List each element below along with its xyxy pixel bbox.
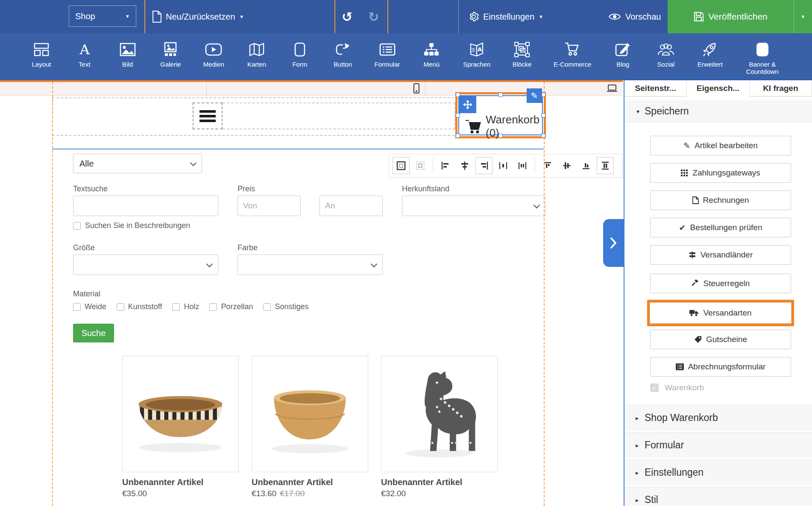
payment-gateways-button[interactable]: Zahlungsgateways (650, 163, 791, 183)
toolbar-item-ecommerce[interactable]: E-Commerce (554, 33, 591, 80)
preview-button[interactable]: Vorschau (608, 0, 661, 33)
product-card[interactable]: Unbenannter Artikel €32.00 (381, 356, 498, 498)
material-checkbox-holz[interactable] (172, 303, 180, 311)
stretch-vertical-icon[interactable] (597, 157, 614, 174)
new-reset-button[interactable]: Neu/Zurücksetzen ▼ (152, 0, 244, 33)
material-checkbox-weide[interactable] (73, 303, 81, 311)
mobile-preview-icon[interactable] (413, 83, 419, 94)
distribute-spacing-icon[interactable] (514, 157, 531, 174)
align-middle-vertical-icon[interactable] (558, 157, 575, 174)
shipping-methods-button[interactable]: Versandarten (650, 302, 791, 324)
share-arrow-icon (335, 40, 351, 59)
toolbar-item-sozial[interactable]: Sozial (654, 33, 677, 80)
toolbar-item-banner-countdown[interactable]: Banner & Countdown (743, 33, 782, 80)
move-handle-icon[interactable] (459, 96, 476, 113)
material-checkbox-porzellan[interactable] (209, 303, 217, 311)
image-icon (120, 40, 136, 59)
page-select-value: Shop (75, 12, 95, 21)
product-title: Unbenannter Artikel (381, 477, 498, 487)
gavel-icon (692, 280, 699, 287)
size-select[interactable] (73, 254, 218, 275)
search-button[interactable]: Suche (73, 324, 114, 342)
toolbar-item-blog[interactable]: Blog (611, 33, 634, 80)
divider (387, 0, 388, 33)
section-speichern[interactable]: ▾ Speichern (624, 100, 812, 123)
material-checkbox-sonstiges[interactable] (263, 303, 271, 311)
coupons-button[interactable]: Gutscheine (650, 330, 791, 349)
settings-dropdown[interactable]: Einstellungen ▼ (469, 0, 543, 33)
align-top-icon[interactable] (539, 157, 556, 174)
search-descriptions-checkbox[interactable] (73, 222, 81, 230)
toolbar-item-galerie[interactable]: Galerie (159, 33, 182, 80)
product-card[interactable]: Unbenannter Artikel €13.60€17.00 (252, 356, 368, 498)
shop-section-top-border (52, 149, 544, 149)
signpost-icon (689, 251, 696, 259)
section-einstellungen[interactable]: ▸ Einstellungen (624, 459, 812, 485)
resize-handle[interactable] (456, 113, 460, 117)
toolbar-item-menu[interactable]: Menü (420, 33, 443, 80)
sitemap-icon (424, 40, 439, 59)
section-formular[interactable]: ▸ Formular (624, 432, 812, 458)
align-bottom-icon[interactable] (577, 157, 595, 174)
margin-tool-icon[interactable] (393, 157, 410, 174)
panel-collapse-button[interactable] (603, 219, 624, 267)
toolbar-item-formular[interactable]: Formular (375, 33, 400, 80)
material-checkbox-kunststoff[interactable] (117, 303, 124, 311)
product-card[interactable]: Unbenannter Artikel €35.00 (122, 356, 239, 498)
toolbar-item-bloecke[interactable]: Blöcke (510, 33, 534, 80)
tab-seitenstruktur[interactable]: Seitenstr... (624, 80, 687, 97)
tax-rules-button[interactable]: Steuerregeln (650, 274, 791, 293)
category-select[interactable]: Alle (73, 154, 202, 173)
textsearch-input[interactable] (73, 196, 218, 216)
section-stil[interactable]: ▸ Stil (624, 487, 812, 506)
resize-handle[interactable] (456, 134, 460, 138)
hamburger-menu-icon[interactable] (193, 102, 223, 129)
toolbar-item-button[interactable]: Button (331, 33, 355, 80)
new-reset-label: Neu/Zurücksetzen (166, 12, 235, 22)
price-to-input[interactable] (320, 196, 383, 216)
page-select-dropdown[interactable]: Shop ▼ (69, 6, 136, 27)
resize-handle[interactable] (498, 93, 503, 97)
cart-enabled-checkbox[interactable]: ✓ (650, 383, 659, 392)
toolbar-item-form[interactable]: Form (288, 33, 311, 80)
svg-text:文: 文 (471, 47, 476, 53)
cart-enabled-label: Warenkorb (665, 383, 704, 392)
color-select[interactable] (237, 254, 383, 275)
publish-more-button[interactable]: ▼ (794, 14, 812, 19)
toolbar-item-karten[interactable]: Karten (245, 33, 268, 80)
padding-tool-icon[interactable] (412, 157, 429, 174)
toolbar-item-layout[interactable]: Layout (30, 33, 53, 80)
edit-articles-button[interactable]: ✎ Artikel bearbeiten (650, 136, 791, 155)
shipping-countries-button[interactable]: Versandländer (650, 245, 791, 265)
menu-element-placeholder[interactable] (193, 102, 455, 129)
rocket-icon (702, 40, 718, 59)
toolbar-item-medien[interactable]: Medien (202, 33, 225, 80)
billing-form-icon (676, 363, 684, 370)
billing-form-button[interactable]: Abrechnungsformular (650, 357, 791, 377)
map-icon (249, 40, 265, 59)
check-orders-button[interactable]: ✔ Bestellungen prüfen (650, 218, 791, 237)
distribute-horizontal-icon[interactable] (495, 157, 512, 174)
toolbar-item-text[interactable]: A Text (73, 33, 96, 80)
align-center-horizontal-icon[interactable] (456, 157, 473, 174)
undo-button[interactable]: ↺ (342, 0, 352, 33)
tag-icon (694, 336, 702, 343)
toolbar-item-sprachen[interactable]: 文A Sprachen (463, 33, 490, 80)
toolbar-item-bild[interactable]: Bild (116, 33, 139, 80)
align-left-icon[interactable] (437, 157, 454, 174)
new-page-icon (152, 11, 161, 23)
blocks-icon (514, 40, 530, 59)
price-from-input[interactable] (237, 196, 301, 216)
invoices-button[interactable]: Rechnungen (650, 190, 791, 210)
toolbar-item-erweitert[interactable]: Erweitert (698, 33, 723, 80)
align-right-icon[interactable] (475, 157, 492, 174)
tab-ki-fragen[interactable]: KI fragen (750, 80, 812, 97)
cart-widget-selection[interactable]: ✎ Warenkorb (0) (455, 92, 546, 138)
edit-pencil-icon[interactable]: ✎ (527, 88, 542, 103)
origin-select[interactable] (402, 196, 545, 216)
publish-button[interactable]: Veröffentlichen ▼ (668, 0, 812, 33)
tab-eigenschaften[interactable]: Eigensch... (687, 80, 749, 97)
redo-button[interactable]: ↻ (368, 0, 379, 33)
section-shop-warenkorb[interactable]: ▸ Shop Warenkorb (624, 405, 812, 430)
desktop-preview-icon[interactable] (607, 85, 618, 92)
